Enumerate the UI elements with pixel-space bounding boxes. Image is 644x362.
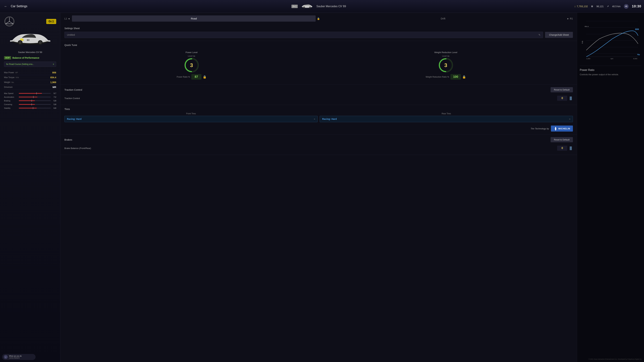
sheet-input[interactable]: Untitled ✎ bbox=[64, 32, 244, 38]
power-dial-value: 3 bbox=[190, 62, 193, 68]
brand-logo-area: Gr.1 bbox=[4, 16, 56, 27]
top-bar-left: ← Car Settings bbox=[3, 3, 63, 9]
top-bar-center: Gr.1 Sauber Mercedes C9 '89 bbox=[63, 3, 244, 10]
tab-arrow-left[interactable]: L1 ◄ bbox=[64, 16, 70, 21]
front-tire-col: Front Tires Racing: Hard ≡ bbox=[64, 112, 244, 122]
stat-row-weight: Weight lbs. 1,969 bbox=[4, 80, 56, 85]
stat-name-weight: Weight lbs. bbox=[4, 81, 14, 83]
bop-setting-row[interactable]: for Road Course (Setting ena... ≡ bbox=[4, 61, 56, 67]
back-icon: ← bbox=[4, 4, 8, 8]
mercedes-logo bbox=[4, 16, 15, 27]
perf-fill-stability bbox=[19, 108, 37, 108]
perf-row-cornering: Cornering 5.8 bbox=[4, 103, 56, 105]
perf-val-braking: 5.8 bbox=[52, 100, 56, 102]
bop-setting-text: for Road Course (Setting ena... bbox=[6, 63, 34, 65]
gr-badge-sidebar: Gr.1 bbox=[46, 19, 56, 24]
perf-row-accel: Acceleration 7.2 bbox=[4, 96, 56, 98]
perf-bar-accel bbox=[19, 97, 51, 97]
perf-bars: Max Speed 9.7 Acceleration 7.2 Braking 5… bbox=[4, 92, 56, 109]
main-content: L1 ◄ Road 🔒 Drift ► R1 Settings Sheet Un… bbox=[60, 13, 244, 137]
stat-value-drivetrain: MR bbox=[52, 86, 56, 88]
michelin-row: Tire Technology by MICHELIN bbox=[64, 124, 244, 132]
perf-val-cornering: 5.8 bbox=[52, 103, 56, 105]
stat-value-weight: 1,969 bbox=[50, 81, 56, 84]
perf-name-stability: Stability bbox=[4, 107, 18, 109]
perf-row-braking: Braking 5.8 bbox=[4, 100, 56, 102]
sheet-name: Untitled bbox=[67, 33, 75, 36]
perf-row-speed: Max Speed 9.7 bbox=[4, 92, 56, 94]
svg-text:63: 63 bbox=[27, 39, 30, 41]
front-tire-name: Racing: Hard bbox=[67, 118, 82, 120]
tune-grid: Power Level Level Up 3 Power Ratio % 87 bbox=[64, 49, 244, 82]
perf-val-accel: 7.2 bbox=[52, 96, 56, 98]
power-level-label: Power Level bbox=[186, 51, 198, 54]
perf-fill-speed bbox=[19, 93, 42, 94]
front-tire-selector[interactable]: Racing: Hard ≡ bbox=[64, 116, 244, 122]
stat-value-torque: 654.4 bbox=[50, 76, 56, 79]
stat-name-power: Max Power HP bbox=[4, 71, 18, 74]
power-ratio-label: Power Ratio % bbox=[176, 76, 190, 78]
perf-bar-stability bbox=[19, 108, 51, 108]
perf-name-accel: Acceleration bbox=[4, 96, 18, 98]
perf-bar-speed bbox=[19, 93, 51, 94]
perf-val-stability: 6.8 bbox=[52, 107, 56, 109]
stat-name-torque: Max Torque ft-lb bbox=[4, 76, 19, 79]
perf-bar-cornering bbox=[19, 104, 51, 105]
perf-name-cornering: Cornering bbox=[4, 103, 18, 105]
stat-name-drivetrain: Drivetrain bbox=[4, 86, 12, 88]
bop-badge: BOP Balance of Performance bbox=[4, 56, 56, 59]
stat-row-torque: Max Torque ft-lb 654.4 bbox=[4, 75, 56, 80]
perf-bar-braking bbox=[19, 100, 51, 101]
settings-sheet-row: Untitled ✎ Change/Add Sheet bbox=[64, 32, 244, 38]
stats-section: Max Power HP 806 Max Torque ft-lb 654.4 … bbox=[4, 70, 56, 90]
perf-fill-accel bbox=[19, 97, 38, 97]
tab-road[interactable]: Road bbox=[72, 15, 244, 22]
perf-fill-braking bbox=[19, 100, 35, 101]
power-level-up-label: Level Up bbox=[188, 55, 195, 57]
tires-grid: Front Tires Racing: Hard ≡ Rear Tires Ra… bbox=[64, 112, 244, 122]
front-tire-label: Front Tires bbox=[64, 112, 244, 115]
stat-value-power: 806 bbox=[52, 71, 56, 74]
quick-tune-section: Quick Tune Power Level Level Up 3 bbox=[60, 41, 244, 84]
back-button[interactable]: ← bbox=[3, 3, 9, 9]
perf-val-speed: 9.7 bbox=[52, 92, 56, 94]
bop-badge-text: Balance of Performance bbox=[12, 56, 39, 59]
quick-tune-title: Quick Tune bbox=[64, 43, 244, 46]
power-dial[interactable]: 3 bbox=[184, 58, 199, 73]
perf-name-braking: Braking bbox=[4, 100, 18, 102]
power-ratio-row: Power Ratio % 87 🔒 bbox=[176, 74, 206, 80]
traction-ctrl-label: Traction Control bbox=[64, 97, 80, 99]
power-ratio-value: 87 bbox=[191, 74, 202, 80]
svg-point-10 bbox=[18, 41, 22, 44]
car-image-sidebar: 63 bbox=[4, 29, 56, 50]
bop-menu-icon: ≡ bbox=[53, 63, 54, 65]
stat-row-drivetrain: Drivetrain MR bbox=[4, 85, 56, 90]
top-bar: ← Car Settings Gr.1 Sauber Mercedes C9 '… bbox=[0, 0, 244, 13]
car-image-large: 63 bbox=[7, 29, 54, 50]
tires-title: Tires bbox=[64, 108, 244, 110]
power-level-col: Power Level Level Up 3 Power Ratio % 87 bbox=[64, 49, 244, 82]
perf-row-stability: Stability 6.8 bbox=[4, 107, 56, 109]
car-name-sidebar: Sauber Mercedes C9 '89 bbox=[4, 51, 56, 53]
svg-point-12 bbox=[39, 41, 42, 44]
settings-sheet-section: Settings Sheet Untitled ✎ Change/Add She… bbox=[60, 24, 244, 41]
brakes-section: Brakes Reset to Default Brake Balance (F… bbox=[60, 134, 244, 137]
traction-ctrl-row: Traction Control 0 ▐▌ bbox=[64, 94, 244, 102]
settings-sheet-title: Settings Sheet bbox=[64, 27, 244, 30]
power-lock-icon[interactable]: 🔒 bbox=[203, 75, 206, 79]
perf-fill-cornering bbox=[19, 104, 35, 105]
bop-badge-label: BOP bbox=[4, 56, 11, 59]
traction-title: Traction Control bbox=[64, 88, 82, 91]
traction-header: Traction Control Reset to Default bbox=[64, 87, 244, 92]
sidebar: Gr.1 63 Sauber Mercedes C9 '89 BOP Balan… bbox=[0, 13, 60, 137]
perf-name-speed: Max Speed bbox=[4, 92, 18, 94]
traction-control-section: Traction Control Reset to Default Tracti… bbox=[60, 84, 244, 105]
tires-section: Tires Front Tires Racing: Hard ≡ Rear Ti… bbox=[60, 105, 244, 134]
tab-bar: L1 ◄ Road 🔒 Drift ► R1 bbox=[60, 13, 244, 24]
page-title: Car Settings bbox=[11, 4, 27, 8]
stat-row-power: Max Power HP 806 bbox=[4, 70, 56, 75]
